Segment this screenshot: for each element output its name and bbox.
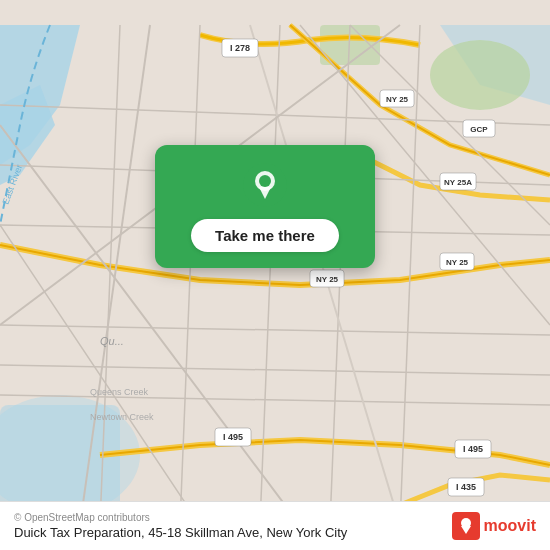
take-me-there-button[interactable]: Take me there — [191, 219, 339, 252]
map-background: I 278 NY 25 GCP NY 25A NY 25 NY 25 I 495… — [0, 0, 550, 550]
map-pin-icon — [243, 163, 287, 207]
copyright-text: © OpenStreetMap contributors — [14, 512, 347, 523]
bottom-bar: © OpenStreetMap contributors Duick Tax P… — [0, 501, 550, 550]
svg-point-6 — [430, 40, 530, 110]
svg-text:GCP: GCP — [470, 125, 488, 134]
map-container: I 278 NY 25 GCP NY 25A NY 25 NY 25 I 495… — [0, 0, 550, 550]
svg-text:I 495: I 495 — [463, 444, 483, 454]
svg-text:NY 25A: NY 25A — [444, 178, 472, 187]
svg-text:I 495: I 495 — [223, 432, 243, 442]
location-card: Take me there — [155, 145, 375, 268]
svg-point-43 — [259, 175, 271, 187]
svg-text:Qu...: Qu... — [100, 335, 124, 347]
moovit-logo: moovit — [452, 512, 536, 540]
moovit-text: moovit — [484, 517, 536, 535]
svg-text:I 435: I 435 — [456, 482, 476, 492]
svg-text:NY 25: NY 25 — [446, 258, 469, 267]
moovit-icon — [452, 512, 480, 540]
svg-text:NY 25: NY 25 — [316, 275, 339, 284]
svg-text:I 278: I 278 — [230, 43, 250, 53]
address-text: Duick Tax Preparation, 45-18 Skillman Av… — [14, 525, 347, 540]
svg-text:Newtown Creek: Newtown Creek — [90, 412, 154, 422]
svg-text:NY 25: NY 25 — [386, 95, 409, 104]
svg-text:Queens Creek: Queens Creek — [90, 387, 149, 397]
bottom-info: © OpenStreetMap contributors Duick Tax P… — [14, 512, 347, 540]
